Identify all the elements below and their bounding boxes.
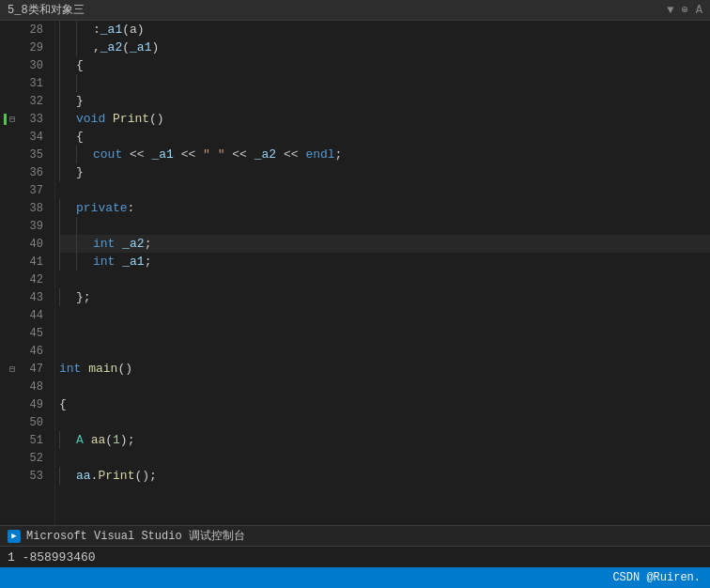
line-number-label: 39 [21,220,47,233]
line-number-label: 51 [21,434,47,447]
code-text: } [76,165,84,179]
line-number-row: 31 [4,74,47,92]
code-text: int _a2; [93,237,151,251]
code-line: }; [59,288,710,306]
indent-guide [59,21,72,39]
indent-guide [76,39,89,56]
code-line [59,306,710,324]
code-line [59,378,710,395]
line-number-label: 37 [21,184,47,197]
indent-guide [76,146,89,163]
line-number-label: 53 [21,470,47,483]
code-text: int _a1; [93,255,151,269]
indent-guide [59,163,72,181]
code-line [59,413,710,431]
code-line [59,324,710,342]
line-number-label: 40 [21,238,47,251]
gutter-cell: ⊟ [4,364,21,375]
code-text: aa.Print(); [76,469,157,483]
line-number-row: 38 [4,199,47,217]
green-indicator [4,114,7,125]
line-number-row: 50 [4,413,47,431]
line-number-label: 34 [21,131,47,144]
code-text: ,_a2(_a1) [93,40,159,54]
line-content: ,_a2(_a1) [59,39,159,56]
line-number-row: 35 [4,146,47,163]
line-number-label: 29 [21,41,47,54]
line-content: aa.Print(); [59,467,157,485]
code-line [59,271,710,288]
code-line: int _a1; [59,253,710,271]
indent-guide [59,253,72,271]
line-number-row: 39 [4,217,47,235]
line-number-row: 44 [4,306,47,324]
debug-console: ▶ Microsoft Visual Studio 调试控制台 1 -85899… [0,525,710,567]
code-text: int main() [59,362,132,376]
code-line: cout << _a1 << " " << _a2 << endl; [59,146,710,163]
code-line [59,342,710,360]
line-content: cout << _a1 << " " << _a2 << endl; [59,146,342,163]
code-text: }; [76,290,91,304]
line-content [59,217,93,235]
line-content: :_a1(a) [59,21,145,39]
line-content: void Print() [59,110,164,128]
line-number-row: 36 [4,163,47,181]
indent-guide [59,92,72,110]
title-bar-left: 5_8类和对象三 [8,2,85,18]
indent-guide [59,235,72,253]
code-area: 2829303132⊟3334353637383940414243444546⊟… [0,21,710,525]
line-number-row: 51 [4,431,47,449]
code-line [59,449,710,467]
line-number-row: 34 [4,128,47,146]
line-number-label: 36 [21,166,47,179]
line-content: } [59,92,84,110]
code-line: { [59,56,710,74]
line-content: int _a1; [59,253,151,271]
code-text: } [76,94,84,108]
line-number-row: 42 [4,271,47,288]
vs-icon: ▶ [8,530,21,543]
file-title: 5_8类和对象三 [8,2,85,18]
line-number-label: 38 [21,202,47,215]
code-text: void Print() [76,112,164,126]
line-number-row: 30 [4,56,47,74]
code-line: { [59,128,710,146]
code-line: aa.Print(); [59,467,710,485]
debug-output-text: 1 -858993460 [8,550,96,565]
indent-guide [59,217,72,235]
line-number-row: 49 [4,395,47,413]
indent-guide [59,56,72,74]
line-number-row: ⊟47 [4,360,47,378]
code-line: } [59,163,710,181]
indent-guide [59,128,72,146]
debug-output: 1 -858993460 [0,547,710,567]
line-number-row: 53 [4,467,47,485]
line-number-label: 30 [21,59,47,72]
line-number-label: 32 [21,95,47,108]
line-content: int _a2; [59,235,151,253]
line-number-row: 43 [4,288,47,306]
code-line: int _a2; [59,235,710,253]
line-content: int main() [59,362,132,376]
dropdown-icon: ▼ [667,4,673,17]
code-line: void Print() [59,110,710,128]
code-line [59,74,710,92]
collapse-button[interactable]: ⊟ [9,114,15,125]
gutter-cell: ⊟ [4,114,21,125]
indent-guide [76,217,89,235]
line-number-row: 37 [4,181,47,199]
line-number-label: 31 [21,77,47,90]
indent-guide [59,146,72,163]
class-indicator: ⊕ [682,3,688,17]
code-text: { [59,397,67,411]
code-lines[interactable]: :_a1(a) ,_a2(_a1) { } void Print() { cou… [55,21,710,525]
indent-guide [76,235,89,253]
debug-title-bar: ▶ Microsoft Visual Studio 调试控制台 [0,526,710,547]
code-line [59,217,710,235]
line-content: }; [59,288,91,306]
line-content: private: [59,199,134,217]
code-text: { [76,130,84,144]
collapse-button[interactable]: ⊟ [9,364,15,375]
indent-guide [59,199,72,217]
code-text: :_a1(a) [93,23,145,37]
